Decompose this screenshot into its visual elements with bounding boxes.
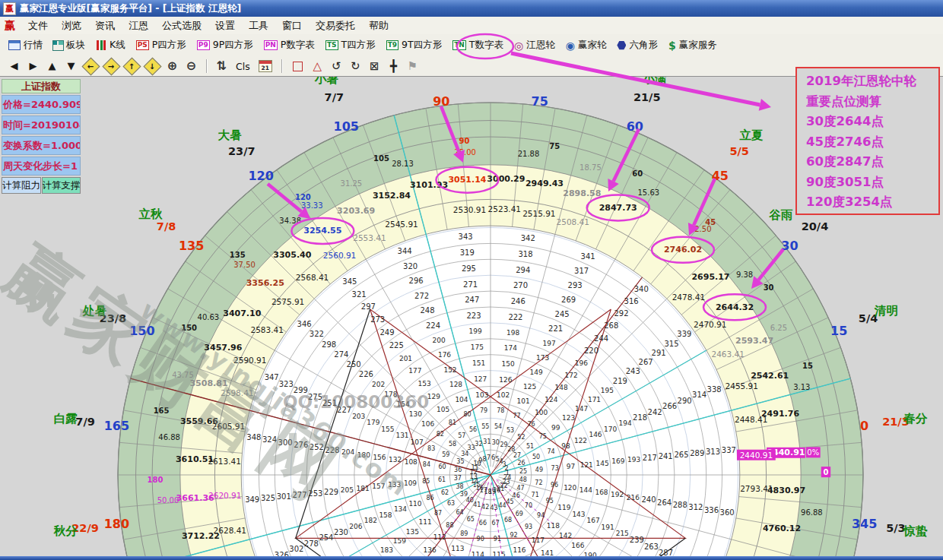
- svg-text:112: 112: [433, 533, 446, 541]
- svg-text:86: 86: [426, 495, 433, 501]
- svg-text:立夏: 立夏: [739, 128, 764, 142]
- svg-text:290: 290: [678, 397, 692, 405]
- svg-text:0: 0: [860, 419, 868, 433]
- svg-text:336: 336: [704, 506, 719, 514]
- svg-text:2448.41: 2448.41: [735, 415, 767, 424]
- svg-text:9.38: 9.38: [736, 271, 753, 279]
- svg-text:244: 244: [594, 334, 608, 343]
- svg-text:7/9: 7/9: [75, 416, 94, 428]
- svg-text:239: 239: [630, 536, 644, 544]
- svg-text:3457.96: 3457.96: [204, 343, 242, 353]
- svg-text:21.88: 21.88: [518, 150, 540, 158]
- svg-text:57: 57: [458, 432, 465, 439]
- svg-text:323: 323: [279, 380, 294, 388]
- svg-text:251: 251: [322, 399, 337, 407]
- svg-text:12.50: 12.50: [690, 225, 712, 233]
- svg-text:2575.91: 2575.91: [271, 297, 304, 306]
- svg-text:105: 105: [437, 406, 449, 413]
- note-line-6: 120度3254点: [806, 192, 938, 213]
- svg-text:93: 93: [525, 524, 532, 530]
- note-line-5: 90度3051点: [806, 172, 938, 193]
- calc-buttons: 计算阻力计算支撑: [2, 177, 81, 194]
- svg-text:32: 32: [475, 441, 482, 448]
- svg-text:157: 157: [372, 482, 385, 490]
- svg-text:71: 71: [532, 492, 539, 498]
- svg-text:4: 4: [500, 458, 503, 465]
- svg-text:226: 226: [359, 370, 373, 378]
- svg-text:21/5: 21/5: [633, 91, 661, 103]
- svg-text:92: 92: [510, 532, 517, 539]
- svg-text:72: 72: [535, 479, 542, 486]
- svg-text:75: 75: [539, 433, 547, 440]
- svg-text:43: 43: [490, 505, 497, 511]
- svg-text:2949.43: 2949.43: [525, 179, 564, 188]
- svg-text:67: 67: [492, 520, 500, 527]
- parameter-row-1[interactable]: 时间=20190104: [2, 115, 81, 134]
- svg-text:203: 203: [352, 413, 365, 420]
- app-window: 赢 赢家江恩专业版[赢家服务平台] - [上证指数 江恩轮] 赢 文件浏览资讯江…: [0, 0, 943, 560]
- svg-text:80: 80: [463, 411, 471, 418]
- svg-text:74: 74: [547, 448, 554, 455]
- svg-text:316: 316: [624, 297, 639, 305]
- svg-text:3.13: 3.13: [793, 383, 810, 391]
- svg-text:291: 291: [652, 349, 666, 357]
- svg-text:惊蛰: 惊蛰: [902, 524, 928, 538]
- svg-text:5/3: 5/3: [886, 522, 905, 534]
- svg-text:265: 265: [674, 451, 688, 459]
- svg-text:46: 46: [513, 492, 520, 499]
- svg-text:91: 91: [494, 536, 501, 543]
- parameter-row-0[interactable]: 价格=2440.9099: [2, 95, 81, 114]
- svg-text:324: 324: [262, 435, 277, 444]
- svg-text:58: 58: [449, 441, 456, 448]
- svg-text:135: 135: [406, 528, 419, 536]
- svg-text:124: 124: [545, 396, 557, 403]
- svg-text:大暑: 大暑: [217, 128, 242, 142]
- svg-text:73: 73: [551, 465, 559, 472]
- svg-text:263: 263: [644, 543, 659, 551]
- svg-text:193: 193: [627, 456, 640, 464]
- note-line-3: 45度2746点: [806, 132, 938, 153]
- svg-text:120: 120: [248, 169, 273, 183]
- svg-text:5/5: 5/5: [729, 145, 748, 157]
- svg-text:62: 62: [441, 489, 449, 496]
- svg-text:27: 27: [513, 452, 521, 459]
- svg-text:2898.58: 2898.58: [563, 188, 601, 198]
- svg-text:322: 322: [310, 330, 324, 338]
- svg-text:35: 35: [456, 458, 464, 465]
- svg-text:60: 60: [438, 464, 446, 470]
- calc-support-button[interactable]: 计算支撑: [42, 177, 81, 194]
- parameter-row-2[interactable]: 变换系数=1.00000: [2, 136, 81, 155]
- svg-text:春分: 春分: [903, 412, 928, 426]
- svg-text:2628.41: 2628.41: [214, 526, 246, 535]
- parameter-row-3[interactable]: 周天变化步长=1: [2, 157, 81, 176]
- svg-text:223: 223: [466, 312, 481, 320]
- svg-text:342: 342: [521, 234, 535, 242]
- svg-text:252: 252: [310, 443, 324, 451]
- svg-text:2560.91: 2560.91: [323, 251, 356, 260]
- svg-text:8: 8: [482, 456, 486, 463]
- parameter-rows: 价格=2440.9099时间=20190104变换系数=1.00000周天变化步…: [2, 95, 81, 176]
- symbol-title: 上证指数: [2, 79, 81, 93]
- svg-text:30: 30: [781, 239, 798, 253]
- svg-text:158: 158: [379, 511, 392, 519]
- svg-text:2553.41: 2553.41: [353, 233, 386, 242]
- svg-text:148: 148: [554, 384, 567, 391]
- svg-text:295: 295: [462, 264, 476, 273]
- svg-text:127: 127: [474, 375, 487, 383]
- svg-text:36: 36: [454, 467, 462, 473]
- calc-resistance-button[interactable]: 计算阻力: [2, 177, 41, 194]
- svg-text:131: 131: [395, 432, 408, 439]
- svg-text:182: 182: [364, 517, 377, 524]
- svg-text:146: 146: [589, 431, 602, 438]
- svg-text:242: 242: [648, 408, 662, 416]
- svg-text:31.25: 31.25: [341, 179, 363, 188]
- svg-text:秋分: 秋分: [53, 524, 78, 538]
- svg-text:30: 30: [492, 439, 500, 446]
- svg-text:180: 180: [357, 451, 370, 459]
- svg-text:154: 154: [397, 400, 410, 408]
- svg-text:270: 270: [513, 281, 528, 289]
- svg-text:347: 347: [265, 373, 279, 381]
- svg-text:294: 294: [516, 266, 530, 274]
- svg-text:337: 337: [722, 446, 736, 454]
- svg-text:349: 349: [245, 495, 259, 504]
